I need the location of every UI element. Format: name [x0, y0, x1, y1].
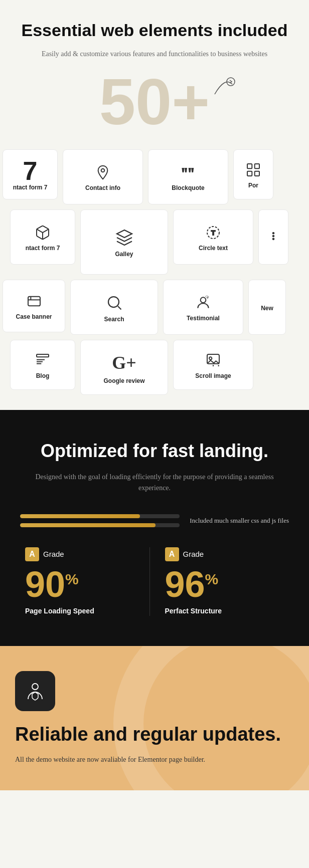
card-google-review[interactable]: G+ Google review — [80, 340, 168, 395]
big-number-container: 50+ — [99, 69, 210, 134]
card-label-portfolio: Por — [248, 182, 258, 189]
grade-letter-1: A — [25, 547, 39, 561]
svg-line-18 — [117, 306, 121, 310]
card-label-search: Search — [104, 316, 124, 323]
dots-icon — [268, 228, 278, 244]
card-blockquote[interactable]: " " Blockquote — [148, 149, 228, 204]
quote-icon: " " — [180, 164, 196, 180]
svg-rect-5 — [247, 171, 252, 175]
svg-rect-4 — [255, 164, 259, 168]
grade-text-1: Grade — [43, 550, 64, 558]
progress-section: Included much smaller css and js files — [20, 514, 289, 527]
search-icon — [105, 294, 123, 312]
grid-row-2: ntact form 7 Galley T Circle text — [10, 209, 299, 275]
svg-point-12 — [272, 235, 274, 237]
card-label-google-review: Google review — [103, 377, 144, 384]
metric-suffix-2: % — [205, 571, 219, 587]
card-label-icon-box: ntact form 7 — [26, 245, 60, 252]
section-title: Essential web elements included — [10, 20, 299, 41]
arrow-decoration — [210, 74, 237, 104]
grid-row-1: 7 ntact form 7 Contact info " " Blockquo… — [10, 149, 299, 204]
portfolio-icon — [245, 162, 261, 178]
card-portfolio[interactable]: Por — [233, 149, 273, 199]
grid-row-4: Blog G+ Google review Scroll image — [10, 340, 299, 395]
optimized-subtitle: Designed with the goal of loading effici… — [20, 472, 289, 494]
card-icon-box[interactable]: ntact form 7 — [10, 209, 75, 265]
card-label-new: New — [261, 305, 273, 312]
card-label-blog: Blog — [36, 372, 50, 379]
updates-content: Reliable and regular updates. All the de… — [15, 671, 294, 765]
metric-page-loading: A Grade 90% Page Loading Speed — [20, 547, 150, 616]
svg-marker-8 — [117, 230, 132, 238]
svg-point-19 — [201, 297, 206, 303]
progress-bar-fill-1 — [20, 514, 140, 518]
card-case-banner[interactable]: Case banner — [3, 280, 65, 332]
grade-letter-2: A — [165, 547, 179, 561]
metric-value-1: 90% — [25, 566, 144, 602]
svg-point-28 — [32, 684, 38, 690]
section-updates: Reliable and regular updates. All the de… — [0, 646, 309, 790]
metrics-row: A Grade 90% Page Loading Speed A Grade 9… — [20, 547, 289, 616]
grade-text-2: Grade — [183, 550, 204, 558]
svg-point-13 — [272, 238, 274, 240]
card-label-contact-info: Contact info — [85, 184, 120, 191]
svg-rect-20 — [37, 354, 49, 357]
card-contact-info[interactable]: Contact info — [63, 149, 143, 204]
svg-point-17 — [108, 297, 119, 307]
grade-badge-1: A Grade — [25, 547, 64, 561]
section-optimized: Optimized for fast landing. Designed wit… — [0, 410, 309, 646]
metric-value-2: 96% — [165, 566, 284, 602]
grade-badge-2: A Grade — [165, 547, 204, 561]
card-label-circle-text: Circle text — [199, 245, 228, 252]
metric-desc-2: Perfact Structure — [165, 606, 284, 616]
card-gallery[interactable]: Galley — [80, 209, 168, 275]
updates-icon — [24, 680, 46, 702]
optimized-title: Optimized for fast landing. — [20, 440, 289, 462]
card-circle-text[interactable]: T Circle text — [173, 209, 253, 265]
svg-rect-3 — [247, 164, 252, 168]
svg-rect-14 — [28, 297, 40, 306]
testimonial-icon — [195, 295, 211, 311]
scroll-img-icon — [205, 352, 221, 368]
card-scroll-image[interactable]: Scroll image — [173, 340, 253, 390]
layers-icon — [115, 229, 133, 247]
card-label-blockquote: Blockquote — [172, 184, 204, 191]
number-7: 7 — [23, 158, 38, 184]
card-partial-2[interactable] — [258, 209, 288, 265]
card-contact-form-7[interactable]: 7 ntact form 7 — [3, 149, 58, 199]
circle-t-icon: T — [205, 225, 221, 241]
updates-subtitle: All the demo website are now avaliable f… — [15, 754, 294, 765]
updates-title: Reliable and regular updates. — [15, 723, 294, 746]
section-elements: Essential web elements included Easily a… — [0, 0, 309, 410]
svg-text:T: T — [211, 229, 215, 237]
location-icon — [95, 164, 111, 180]
metric-desc-1: Page Loading Speed — [25, 606, 144, 616]
progress-bar-track-2 — [20, 523, 180, 527]
card-testimonial[interactable]: Testimonial — [163, 280, 243, 335]
banner-icon — [26, 293, 42, 309]
svg-text:": " — [188, 164, 194, 180]
metric-suffix-1: % — [65, 571, 79, 587]
metric-number-1: 90 — [25, 564, 65, 604]
metric-structure: A Grade 96% Perfact Structure — [150, 547, 289, 616]
svg-rect-6 — [255, 171, 259, 175]
card-blog[interactable]: Blog — [10, 340, 75, 390]
big-number: 50+ — [99, 69, 210, 134]
svg-point-25 — [209, 357, 212, 359]
svg-point-11 — [272, 232, 274, 234]
card-label-testimonial: Testimonial — [187, 315, 220, 322]
svg-text:": " — [182, 164, 188, 180]
updates-icon-box — [15, 671, 55, 711]
card-new[interactable]: New — [248, 280, 286, 335]
card-label-gallery: Galley — [115, 251, 133, 258]
card-label-scroll-image: Scroll image — [195, 372, 231, 379]
grid-row-3: Case banner Search Testimonial New — [10, 280, 299, 335]
card-label-case-banner: Case banner — [16, 313, 52, 320]
progress-bar-fill-2 — [20, 523, 156, 527]
box-icon — [35, 225, 51, 241]
card-search[interactable]: Search — [70, 280, 158, 335]
card-label-contact-form-7: ntact form 7 — [13, 184, 48, 191]
blog-icon — [35, 352, 51, 368]
section-subtitle: Easily add & customize various features … — [10, 49, 299, 59]
progress-bars — [20, 514, 180, 527]
